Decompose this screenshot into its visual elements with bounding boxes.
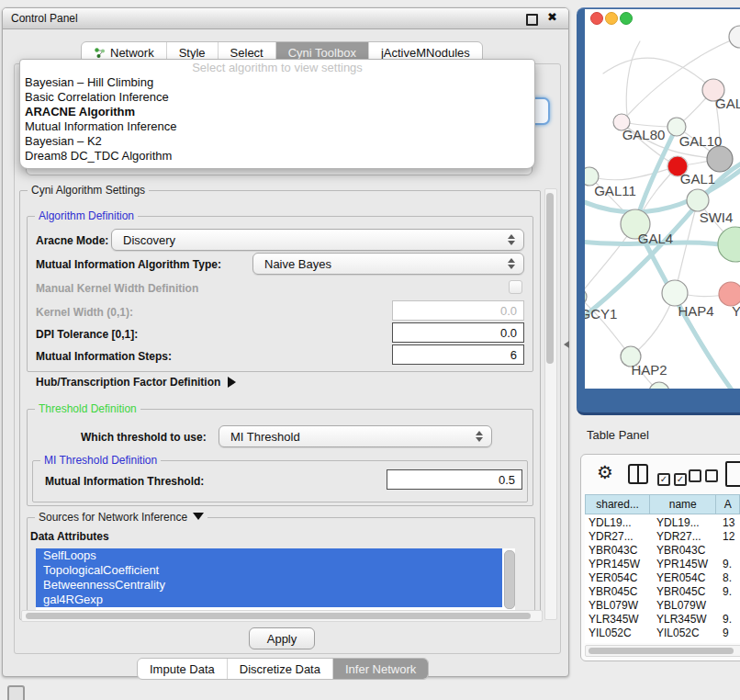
mac-close-icon[interactable] — [590, 12, 603, 25]
mi-threshold-group-title: MI Threshold Definition — [40, 454, 161, 467]
table-cell: 12 — [723, 530, 740, 543]
screen: Control Panel NetworkStyleSelectCyni Too… — [0, 0, 740, 700]
float-window-icon[interactable] — [526, 14, 538, 26]
data-attribute-item[interactable]: TopologicalCoefficient — [36, 563, 502, 578]
close-icon[interactable] — [547, 10, 557, 24]
table-cell: YIL052C — [585, 627, 656, 639]
manual-kernel-checkbox[interactable] — [509, 280, 522, 294]
node-label-hap4: HAP4 — [678, 303, 713, 319]
algorithm-dropdown-placeholder: Select algorithm to view settings — [20, 60, 534, 75]
select-all-checks-icon[interactable] — [657, 469, 690, 486]
algorithm-option-mutual-information-inference[interactable]: Mutual Information Inference — [20, 119, 534, 134]
data-attribute-item[interactable]: SelfLoops — [36, 548, 502, 563]
expander-collapsed-icon — [228, 377, 236, 388]
deselect-all-checks-icon[interactable] — [689, 469, 722, 486]
apply-button[interactable]: Apply — [249, 627, 315, 649]
dpi-tolerance-input[interactable]: 0.0 — [392, 322, 524, 343]
table-row[interactable]: YDL19...YDL19...13 — [585, 515, 740, 529]
tab-label: Discretize Data — [240, 662, 320, 676]
algorithm-dropdown-list: Bayesian – Hill ClimbingBasic Correlatio… — [20, 75, 534, 164]
network-node[interactable] — [718, 227, 740, 262]
mi-steps-label: Mutual Information Steps: — [36, 350, 172, 363]
cyni-algorithm-settings-title: Cyni Algorithm Settings — [28, 184, 149, 197]
mi-type-combo[interactable]: Naive Bayes — [252, 253, 524, 275]
mi-threshold-label: Mutual Information Threshold: — [45, 475, 204, 488]
sources-group-title[interactable]: Sources for Network Inference — [35, 511, 207, 524]
tab-label: Impute Data — [150, 662, 215, 676]
table-cell: YBL079W — [585, 599, 656, 612]
aracne-mode-combo[interactable]: Discovery — [111, 229, 524, 251]
node-label-gal80: GAL80 — [622, 127, 666, 142]
mi-steps-input[interactable]: 6 — [392, 344, 524, 365]
node-label-gal: GAL — [715, 96, 740, 111]
table-row[interactable]: YPR145WYPR145W9. — [585, 557, 740, 570]
table-row[interactable]: YBR045CYBR045C9. — [585, 584, 740, 598]
splitter-handle-icon[interactable] — [564, 341, 569, 348]
kernel-width-input[interactable]: 0.0 — [392, 300, 524, 321]
aracne-mode-value: Discovery — [123, 233, 175, 247]
which-threshold-combo[interactable]: MI Threshold — [219, 425, 492, 447]
column-header-name[interactable]: name — [650, 494, 716, 514]
spinner-arrows-icon — [507, 233, 515, 246]
network-node-hap4[interactable] — [662, 280, 688, 306]
network-node[interactable] — [729, 26, 740, 48]
control-panel-titlebar[interactable]: Control Panel — [3, 8, 568, 29]
mac-minimize-icon[interactable] — [605, 12, 618, 25]
table-horizontal-scrollbar[interactable] — [585, 645, 740, 657]
table-cell: YER054C — [585, 571, 656, 584]
algorithm-option-bayesian-k2[interactable]: Bayesian – K2 — [20, 134, 534, 149]
settings-horizontal-scrollbar[interactable] — [21, 610, 543, 622]
tab-label: Style — [179, 46, 206, 60]
table-cell: YBL079W — [656, 599, 723, 612]
table-cell: 9 — [723, 627, 740, 639]
table-row[interactable]: YIL052CYIL052C9 — [585, 626, 740, 639]
data-attribute-item[interactable]: BetweennessCentrality — [36, 578, 502, 593]
algorithm-option-aracne-algorithm[interactable]: ARACNE Algorithm — [20, 105, 534, 119]
settings-vertical-scrollbar[interactable] — [544, 188, 557, 620]
dock-panel-icon[interactable] — [7, 685, 25, 700]
tab-impute-data[interactable]: Impute Data — [138, 659, 227, 679]
table-row[interactable]: YLR345WYLR345W9. — [585, 612, 740, 626]
algorithm-option-dream8-dc-tdc-algorithm[interactable]: Dream8 DC_TDC Algorithm — [20, 149, 534, 164]
network-edge[interactable] — [589, 166, 678, 180]
column-header-a[interactable]: A — [716, 494, 740, 514]
algorithm-dropdown: Select algorithm to view settings Bayesi… — [19, 59, 535, 169]
expander-expanded-icon — [193, 513, 204, 520]
network-canvas[interactable]: GALGAL80GAL10GAL1GAL11SWI4GAL4HAP4YGCY1H… — [585, 9, 740, 389]
cyni-bottom-tab-strip: Impute DataDiscretize DataInfer Network — [137, 658, 429, 680]
network-edge[interactable] — [603, 58, 713, 90]
table-cell: YDL19... — [656, 516, 723, 529]
table-header-row: shared...nameA — [585, 494, 740, 514]
table-row[interactable]: YDR27...YDR27...12 — [585, 529, 740, 543]
gear-icon[interactable] — [597, 463, 613, 481]
table-row[interactable]: YER054CYER054C8. — [585, 570, 740, 584]
node-label-gal1: GAL1 — [680, 171, 715, 186]
algorithm-option-basic-correlation-inference[interactable]: Basic Correlation Inference — [20, 90, 534, 105]
window-title: Control Panel — [11, 12, 78, 25]
hub-definition-label: Hub/Transcription Factor Definition — [36, 376, 220, 389]
node-label-gal11: GAL11 — [594, 183, 636, 198]
column-header-shared[interactable]: shared... — [585, 494, 650, 514]
table-cell: YPR145W — [585, 558, 656, 570]
table-cell: YDR27... — [656, 530, 723, 543]
table-row[interactable]: YBL079WYBL079W — [585, 598, 740, 612]
columns-icon[interactable] — [628, 464, 648, 484]
spinner-arrows-icon — [475, 430, 483, 443]
tab-infer-network[interactable]: Infer Network — [332, 659, 428, 679]
aracne-mode-label: Aracne Mode: — [36, 234, 108, 247]
data-attribute-item[interactable]: gal4RGexp — [36, 593, 502, 607]
algorithm-option-bayesian-hill-climbing[interactable]: Bayesian – Hill Climbing — [20, 75, 534, 90]
hub-definition-expander[interactable]: Hub/Transcription Factor Definition — [36, 376, 236, 389]
table-cell: 9. — [723, 585, 740, 598]
table-row[interactable]: YBR043CYBR043C — [585, 543, 740, 557]
manual-kernel-label: Manual Kernel Width Definition — [36, 282, 198, 295]
table-cell: YBR043C — [585, 544, 656, 557]
network-node[interactable] — [649, 382, 669, 389]
attribute-list-scrollbar[interactable] — [504, 550, 515, 609]
mi-threshold-input[interactable]: 0.5 — [387, 469, 522, 490]
network-node-swi4[interactable] — [687, 189, 709, 211]
network-node[interactable] — [707, 146, 733, 172]
tab-discretize-data[interactable]: Discretize Data — [227, 659, 332, 679]
document-icon[interactable] — [725, 461, 740, 487]
mac-zoom-icon[interactable] — [620, 12, 633, 25]
